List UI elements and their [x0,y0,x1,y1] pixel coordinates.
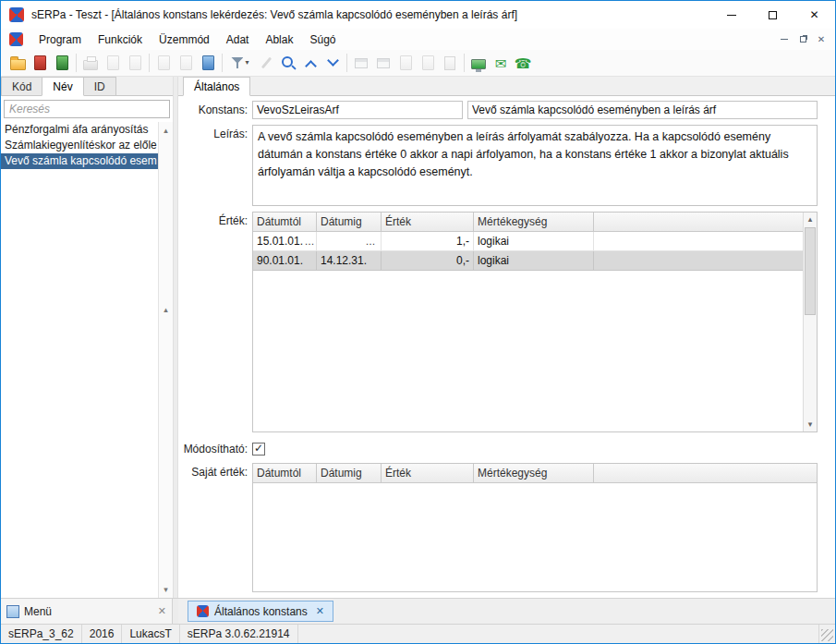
window-tile-button[interactable] [372,52,394,74]
tab-kod[interactable]: Kód [1,77,42,95]
print-button[interactable] [79,52,102,74]
mdi-child-icon[interactable] [9,32,23,46]
cell-ertek[interactable]: 0,- [382,251,474,271]
ertek-table: Dátumtól Dátumig Érték Mértékegység 15.0… [252,212,818,432]
tab-id-label: ID [94,80,105,93]
tab-altalanos[interactable]: Általános [183,77,250,96]
import-button[interactable] [394,52,417,74]
column-header-datumig[interactable]: Dátumig [317,464,382,482]
list-item[interactable]: Pénzforgalmi áfa arányosítás [1,122,158,138]
status-bar: sERPa_3_62 2016 LukacsT sERPa 3.0.62.219… [1,624,835,643]
column-header-ertek[interactable]: Érték [382,213,474,231]
minimize-button[interactable] [710,1,752,29]
pdf-icon [34,55,46,70]
date-picker-button[interactable]: … [364,234,377,249]
search-button[interactable] [277,52,299,74]
minimize-icon [727,15,736,16]
cell-ertek[interactable]: 1,- [382,232,474,251]
filter-button[interactable]: ▾ [225,52,255,74]
date-picker-button[interactable]: … [303,234,316,249]
phone-icon: ☎ [515,56,532,70]
menu-panel-close-icon[interactable]: ✕ [158,605,166,617]
table-row[interactable]: 15.01.01. … … 1,- logikai [253,232,803,251]
resize-grip[interactable] [821,629,833,641]
calculator-button[interactable] [439,52,461,74]
column-header-datumig[interactable]: Dátumig [317,213,382,231]
export-button[interactable] [417,52,439,74]
phone-button[interactable]: ☎ [512,52,534,74]
mdi-minimize-button[interactable] [776,32,793,46]
tab-altalanos-label: Általános [194,80,239,93]
cell-datumig[interactable]: … [317,232,382,251]
menu-funkciok[interactable]: Funkciók [90,30,151,49]
list-item-selected[interactable]: Vevő számla kapcsolódó esem [1,153,158,169]
mdi-close-button[interactable]: ✕ [813,32,830,46]
mdi-restore-button[interactable] [794,32,811,46]
excel-export-button[interactable] [51,52,73,74]
paste-button[interactable] [175,52,197,74]
scroll-up-icon[interactable]: ▴ [804,213,817,226]
scroll-up-icon[interactable]: ▴ [159,303,173,316]
tab-nev-label: Név [53,80,72,93]
maximize-button[interactable] [752,1,794,29]
scrollbar-thumb[interactable] [805,227,816,315]
menu-adat[interactable]: Adat [218,30,258,49]
menu-sugo[interactable]: Súgó [301,30,344,49]
menu-bar: Program Funkciók Üzemmód Adat Ablak Súgó… [1,29,835,50]
toolbar-separator [222,54,223,72]
document-tab-close-icon[interactable]: ✕ [316,605,324,617]
pencil-icon [260,57,271,69]
list-scrollbar[interactable]: ▴ ▴ ▾ [158,122,173,598]
cell-mertekegyseg[interactable]: logikai [474,232,594,251]
menu-panel-icon [6,605,19,618]
import-icon [400,55,412,70]
open-button[interactable] [6,52,29,74]
cell-datumtol[interactable]: 15.01.01. … [253,232,317,251]
list-item[interactable]: Számlakiegyenlítéskor az előle [1,138,158,153]
modosithato-checkbox[interactable]: ✓ [252,443,265,456]
menu-panel-header[interactable]: Menü ✕ [1,599,173,624]
column-header-ertek[interactable]: Érték [382,464,474,482]
cell-datumig[interactable]: 14.12.31. [317,251,382,271]
window-cascade-button[interactable] [350,52,372,74]
excel-icon [56,55,68,70]
column-header-mertekegyseg[interactable]: Mértékegység [474,213,594,231]
konstans-name-field[interactable] [467,101,818,119]
cell-mertekegyseg[interactable]: logikai [474,251,594,271]
cell-datumtol[interactable]: 90.01.01. [253,251,317,271]
pdf-export-button[interactable] [29,52,51,74]
scroll-down-icon[interactable]: ▾ [804,418,817,431]
leiras-textarea[interactable]: A vevő számla kapcsolódó eseményben a le… [252,125,818,206]
table-scrollbar[interactable]: ▴ ▾ [803,213,817,431]
menu-program[interactable]: Program [30,30,90,49]
menu-uzemmod[interactable]: Üzemmód [151,30,218,49]
table-row-selected[interactable]: 90.01.01. 14.12.31. 0,- logikai [253,251,803,271]
window-tile-icon [377,58,390,68]
save-button[interactable] [197,52,219,74]
list-items: Pénzforgalmi áfa arányosítás Számlakiegy… [1,122,158,598]
tab-altalanos-konstans[interactable]: Általános konstans ✕ [188,601,333,622]
scroll-down-icon[interactable]: ▾ [159,583,173,596]
column-header-datumtol[interactable]: Dátumtól [253,213,317,231]
search-input[interactable] [4,100,170,118]
konstans-code-field[interactable] [252,101,463,119]
column-header-datumtol[interactable]: Dátumtól [253,464,317,482]
move-up-button[interactable] [299,52,321,74]
app-window: sERPa - Teszt - [Általános konstans leké… [0,0,836,644]
edit-button[interactable] [255,52,277,74]
title-bar[interactable]: sERPa - Teszt - [Általános konstans leké… [1,1,835,29]
menu-ablak[interactable]: Ablak [257,30,301,49]
print-preview-button[interactable] [102,52,124,74]
filter-icon [231,57,243,68]
scroll-top-icon[interactable]: ▴ [159,124,173,137]
page-setup-button[interactable] [124,52,146,74]
move-down-button[interactable] [321,52,344,74]
column-header-mertekegyseg[interactable]: Mértékegység [474,464,594,482]
copy-button[interactable] [152,52,175,74]
tab-nev[interactable]: Név [42,77,83,96]
close-button[interactable]: ✕ [794,1,835,29]
toolbar-separator [346,54,347,72]
mail-button[interactable]: ✉ [490,52,512,74]
tab-id[interactable]: ID [83,77,116,95]
monitor-button[interactable] [467,52,490,74]
